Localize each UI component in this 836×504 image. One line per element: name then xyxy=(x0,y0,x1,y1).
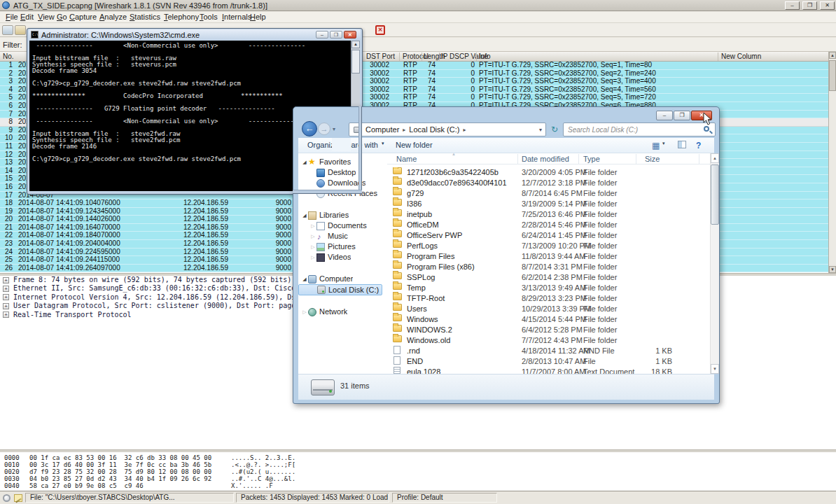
back-button[interactable]: ← xyxy=(302,121,317,136)
column-header-info[interactable]: Info xyxy=(479,52,491,61)
expander-plus-icon[interactable]: + xyxy=(3,294,9,300)
hex-row[interactable]: 0020 d7 f9 23 28 75 32 00 28 75 d9 80 12… xyxy=(0,468,836,475)
expert-info-icon[interactable] xyxy=(3,494,11,502)
capture-comment-icon[interactable] xyxy=(14,494,22,502)
tree-expander-icon[interactable] xyxy=(301,210,308,220)
sidebar-item[interactable]: Videos xyxy=(298,252,382,262)
tree-expander-icon[interactable] xyxy=(309,220,316,231)
help-icon[interactable]: ? xyxy=(696,141,701,150)
file-row[interactable]: Program Files 11/8/2013 9:44 AM File fol… xyxy=(387,251,710,262)
status-profile[interactable]: Profile: Default xyxy=(392,493,497,503)
file-column-header[interactable]: Size xyxy=(645,154,660,164)
packet-list-scrollbar[interactable]: ▲ ▼ xyxy=(828,52,836,273)
explorer-maximize-button[interactable]: ❐ xyxy=(674,111,690,120)
file-name[interactable]: Windows.old xyxy=(407,335,450,346)
hex-row[interactable]: 0040 58 ca 27 e0 b9 9e 08 c5 c9 46 X.'..… xyxy=(0,482,836,489)
wireshark-close-button[interactable]: ✕ xyxy=(820,1,835,10)
file-row[interactable]: WINDOWS.2 6/4/2012 5:28 PM File folder xyxy=(387,325,710,335)
file-name[interactable]: eula.1028 xyxy=(407,367,440,374)
scrollbar-thumb[interactable] xyxy=(351,50,360,74)
menu-item[interactable]: View xyxy=(36,12,56,22)
sidebar-item[interactable]: Downloads xyxy=(298,178,382,188)
wireshark-titlebar[interactable]: ATG_TX_SIDE.pcapng [Wireshark 1.8.1 (SVN… xyxy=(0,0,836,11)
file-name[interactable]: OfficeServ PWP xyxy=(407,230,462,241)
file-row[interactable]: OfficeServ PWP 6/24/2014 1:45 PM File fo… xyxy=(387,230,710,241)
cmd-maximize-button[interactable]: ❐ xyxy=(330,31,342,38)
menu-item[interactable]: Go xyxy=(55,12,69,22)
expander-plus-icon[interactable]: + xyxy=(3,277,9,284)
nav-history-dropdown-icon[interactable]: ▾ xyxy=(333,126,335,132)
capture-interfaces-icon[interactable] xyxy=(2,25,13,35)
file-name[interactable]: OfficeDM xyxy=(407,220,439,230)
hex-row[interactable]: 0010 00 3c 17 d6 40 00 3f 11 3e 7f 0c cc… xyxy=(0,461,836,468)
expander-plus-icon[interactable]: + xyxy=(3,286,9,292)
file-name[interactable]: inetpub xyxy=(407,209,432,220)
tree-expander-icon[interactable] xyxy=(309,252,316,262)
views-icon[interactable]: ▦ xyxy=(652,141,660,150)
expander-plus-icon[interactable]: + xyxy=(3,303,9,309)
file-row[interactable]: Windows.old 7/7/2012 4:43 PM File folder xyxy=(387,335,710,346)
scrollbar-thumb[interactable] xyxy=(711,164,719,225)
file-row[interactable]: g729 8/7/2014 6:45 PM File folder xyxy=(387,188,710,199)
menu-item[interactable]: Analyze xyxy=(98,12,128,22)
explorer-minimize-button[interactable]: – xyxy=(656,111,673,120)
file-name[interactable]: TFTP-Root xyxy=(407,293,445,304)
menu-item[interactable]: Telephony xyxy=(162,12,200,22)
menu-item[interactable]: File xyxy=(4,12,20,22)
file-row[interactable]: d3e09dacc07e8963400f4101 12/7/2012 3:18 … xyxy=(387,178,710,188)
file-row[interactable]: PerfLogs 7/13/2009 10:20 PM File folder xyxy=(387,241,710,251)
file-row[interactable]: TFTP-Root 8/29/2013 3:23 PM File folder xyxy=(387,293,710,304)
file-row[interactable]: inetpub 7/25/2013 6:46 PM File folder xyxy=(387,209,710,220)
scroll-up-icon[interactable]: ▲ xyxy=(351,41,360,48)
file-name[interactable]: 1271f203b6c9a35422405b xyxy=(407,167,499,178)
hex-row[interactable]: 0030 04 b0 23 85 27 0d d2 43 34 40 b4 1f… xyxy=(0,475,836,482)
file-name[interactable]: Temp xyxy=(407,283,426,293)
column-header-dst-port[interactable]: DST Port xyxy=(366,52,395,61)
cmd-titlebar[interactable]: Administrator: C:\Windows\System32\cmd.e… xyxy=(29,29,361,40)
file-name[interactable]: WINDOWS.2 xyxy=(407,325,452,335)
breadcrumb-item[interactable]: Computer ▸ xyxy=(365,125,409,134)
file-name[interactable]: Program Files (x86) xyxy=(407,262,475,272)
cmd-close-button[interactable]: ✕ xyxy=(344,31,356,38)
file-row[interactable]: .rnd 4/18/2014 11:32 AM RND File 1 KB xyxy=(387,346,710,356)
file-name[interactable]: END xyxy=(407,356,423,367)
file-row[interactable]: Temp 3/13/2013 9:49 AM File folder xyxy=(387,283,710,293)
cmd-minimize-button[interactable]: – xyxy=(316,31,328,38)
expander-plus-icon[interactable]: + xyxy=(3,312,9,318)
menu-item[interactable]: Tools xyxy=(198,12,219,22)
file-name[interactable]: PerfLogs xyxy=(407,241,438,251)
tree-expander-icon[interactable] xyxy=(309,241,316,252)
sidebar-item[interactable]: Pictures xyxy=(298,241,382,252)
refresh-icon[interactable]: ↻ xyxy=(549,124,560,135)
scroll-down-icon[interactable]: ▼ xyxy=(829,266,836,273)
file-name[interactable]: Program Files xyxy=(407,251,454,262)
chevron-right-icon[interactable]: ▸ xyxy=(403,127,405,133)
scroll-up-icon[interactable]: ▲ xyxy=(829,52,836,59)
menu-item[interactable]: Capture xyxy=(68,12,98,22)
sidebar-item[interactable]: Documents xyxy=(298,220,382,231)
sidebar-item[interactable]: Network xyxy=(298,307,382,317)
wireshark-minimize-button[interactable]: – xyxy=(785,1,800,10)
address-dropdown-icon[interactable]: ▾ xyxy=(539,127,542,133)
file-name[interactable]: I386 xyxy=(407,199,422,209)
file-name[interactable]: SSPLog xyxy=(407,272,435,283)
scroll-down-icon[interactable]: ▼ xyxy=(711,364,719,374)
scrollbar-thumb[interactable] xyxy=(829,60,836,91)
file-row[interactable]: Program Files (x86) 8/7/2014 3:31 PM Fil… xyxy=(387,262,710,272)
menu-item[interactable]: Statistics xyxy=(128,12,162,22)
column-header-new-column[interactable]: New Column xyxy=(721,52,761,61)
menu-item[interactable]: Help xyxy=(249,12,267,22)
preview-pane-icon[interactable] xyxy=(678,141,686,148)
file-name[interactable]: d3e09dacc07e8963400f4101 xyxy=(407,178,507,188)
tree-expander-icon[interactable] xyxy=(301,307,308,317)
search-box[interactable] xyxy=(563,122,716,136)
address-bar[interactable]: Computer ▸ Local Disk (C:) ▸ ▾ xyxy=(349,122,546,136)
forward-button[interactable]: → xyxy=(318,122,330,135)
search-input[interactable] xyxy=(566,124,696,135)
file-list-scrollbar[interactable]: ▲ ▼ xyxy=(710,153,719,374)
file-row[interactable]: I386 3/19/2009 5:14 PM File folder xyxy=(387,199,710,209)
sidebar-item[interactable]: Computer xyxy=(298,274,382,284)
sidebar-item[interactable]: Libraries xyxy=(298,210,382,220)
chevron-right-icon[interactable]: ▸ xyxy=(463,127,466,133)
tree-expander-icon[interactable] xyxy=(301,157,308,167)
